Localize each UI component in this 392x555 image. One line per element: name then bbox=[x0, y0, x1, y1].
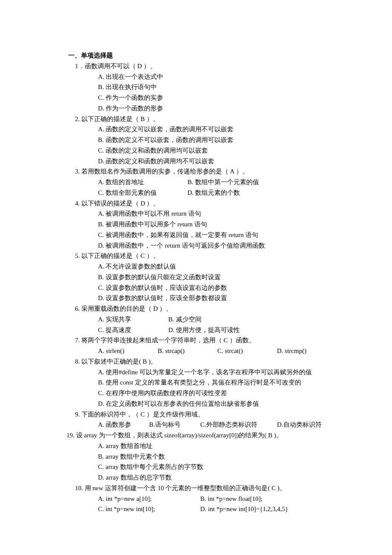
q4-opt-c: C. 被调用函数中，如果有返回值，就一定要有 return 语句 bbox=[98, 230, 358, 240]
q19-opt-d: D. array 数组占的总字节数 bbox=[98, 472, 358, 483]
q8-opt-a: A. 使用#define 可以为常量定义一个名字，该名字在程序中可以再赋另外的值 bbox=[98, 367, 358, 378]
q9-opt-d: D.自动类标识符 bbox=[277, 419, 322, 430]
q7-stem: 7. 将两个字符串连接起来组成一个字符串时，选用（ C ）函数。 bbox=[75, 335, 358, 346]
q3-stem: 3. 若用数组名作为函数调用的实参，传递给形参的是（ A ）。 bbox=[75, 166, 358, 177]
q4-stem: 4. 以下错误的描述是（ D ）。 bbox=[75, 198, 358, 209]
q8-opt-b: B. 使用 const 定义的常量名有类型之分，其值在程序运行时是不可改变的 bbox=[98, 377, 358, 388]
q2-opt-a: A. 函数的定义可以嵌套，函数的调用不可以嵌套 bbox=[98, 124, 358, 135]
q7-opt-a: A. strlen() bbox=[98, 346, 158, 356]
q10-opt-a: A. int *p=new a[10]; bbox=[98, 494, 200, 504]
q8-opt-d: D. 在定义函数时可以在形参表的任何位置给出缺省形参值 bbox=[98, 399, 358, 409]
q2-stem: 2. 以下正确的描述是（ B ）。 bbox=[75, 114, 358, 124]
q8-stem: 8. 以下叙述中正确的是( B )。 bbox=[75, 356, 358, 367]
q5-opt-c: C. 设置参数的默认值时，应该设置右边的参数 bbox=[98, 283, 358, 293]
q2-opt-c: C. 函数的定义和函数的调用均可以嵌套 bbox=[98, 145, 358, 156]
q7-opt-d: D. strcmp() bbox=[277, 346, 337, 356]
q2-opt-d: D. 函数的定义和函数的调用均不可以嵌套 bbox=[98, 156, 358, 167]
section-heading: 一、单项选择题 bbox=[68, 50, 358, 61]
q4-opt-b: B. 被调用函数中可以用多个 return 语句 bbox=[98, 219, 358, 230]
q2-opt-b: B. 函数的定义不可以嵌套，函数的调用可以嵌套 bbox=[98, 135, 358, 145]
q6-opt-c: C. 提高速度 bbox=[98, 325, 168, 335]
q4-opt-a: A. 被调用函数中可以不用 return 语句 bbox=[98, 208, 358, 219]
q9-opt-c: C.外部静态类标识符 bbox=[200, 419, 277, 430]
q1-opt-b: B. 出现在执行语句中 bbox=[98, 82, 358, 92]
q1-opt-d: D. 作为一个函数的形参 bbox=[98, 103, 358, 114]
q8-opt-c: C. 在程序中使用内联函数使程序的可读性变差 bbox=[98, 388, 358, 399]
q5-opt-a: A. 不允许设置参数的默认值 bbox=[98, 261, 358, 272]
q7-opt-c: C. strcat() bbox=[217, 346, 277, 356]
q5-stem: 5. 以下正确的描述是（ C ）。 bbox=[75, 251, 358, 261]
q3-opt-d: D. 数组元素的个数 bbox=[187, 188, 240, 198]
q1-opt-a: A. 出现在一个表达式中 bbox=[98, 72, 358, 82]
q5-opt-d: D. 设置参数的默认值时，应该全部参数都设置 bbox=[98, 293, 358, 304]
q19-stem: 19. 设 array 为一个数组，则表达式 sizeof(array)/siz… bbox=[66, 430, 358, 441]
q7-opt-b: B. strcap() bbox=[158, 346, 217, 356]
q6-opt-d: D. 使用方便，提高可读性 bbox=[168, 325, 240, 335]
q10-opt-b: B. int *p=new float[10]; bbox=[200, 494, 262, 504]
q9-opt-a: A. 函数形参 bbox=[98, 419, 149, 430]
q5-opt-b: B. 设置参数的默认值只能在定义函数时设置 bbox=[98, 272, 358, 283]
q3-opt-c: C. 数组全部元素的值 bbox=[98, 188, 187, 198]
q10-stem: 10. 用 new 运算符创建一个含 10 个元素的一维整型数组的正确语句是( … bbox=[75, 483, 358, 494]
q9-opt-b: B.语句标号 bbox=[149, 419, 200, 430]
q19-opt-a: A. array 数组首地址 bbox=[98, 441, 358, 451]
q9-stem: 9. 下面的标识符中，（ C ）是文件级作用域。 bbox=[75, 409, 358, 420]
q3-opt-b: B. 数组中第一个元素的值 bbox=[187, 177, 259, 188]
q6-opt-b: B. 减少空间 bbox=[168, 314, 202, 325]
q3-opt-a: A. 数组的首地址 bbox=[98, 177, 187, 188]
q19-opt-b: B. array 数组中元素个数 bbox=[98, 451, 358, 462]
q4-opt-d: D. 被调用函数中，一个 return 语句可返回多个值给调用函数 bbox=[98, 240, 358, 251]
q1-stem: 1．函数调用不可以（ D ）。 bbox=[75, 61, 358, 72]
q10-opt-d: D. int *p=new int[10]={1,2,3,4,5} bbox=[200, 504, 288, 515]
q10-opt-c: C. int *p=new int[10]; bbox=[98, 504, 200, 515]
q6-stem: 6. 采用重载函数的目的是（ D ）。 bbox=[75, 304, 358, 314]
q6-opt-a: A. 实现共享 bbox=[98, 314, 168, 325]
q19-opt-c: C. array 数组中每个元素所占的字节数 bbox=[98, 462, 358, 472]
q1-opt-c: C. 作为一个函数的实参 bbox=[98, 92, 358, 103]
